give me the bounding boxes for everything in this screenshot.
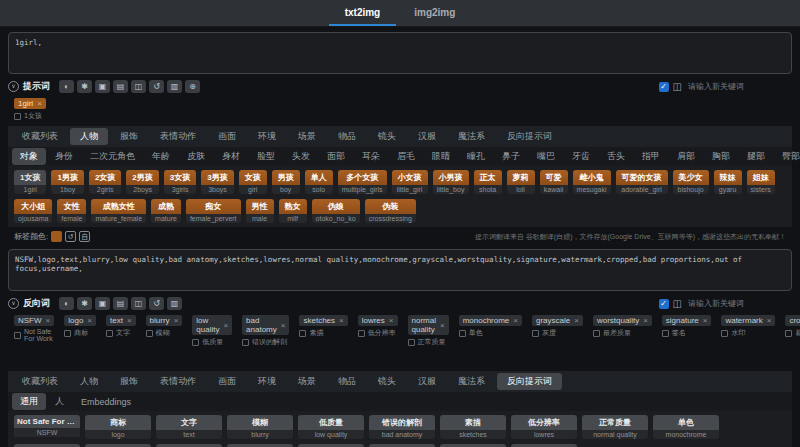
subcategory-tab[interactable]: 年龄 [144,148,178,165]
subcategory-tab[interactable]: 耳朵 [354,148,388,165]
collapse-negative-icon[interactable]: ∨ [8,298,19,309]
remove-tag-icon[interactable]: × [87,316,92,325]
negative-tag-chip[interactable]: worstquality× 最差质量 [593,315,652,338]
subcategory-tab[interactable]: 鼻子 [494,148,528,165]
auto-translate-checkbox[interactable]: ✓ [659,299,669,309]
remove-tag-icon[interactable]: × [46,316,51,325]
tag-card[interactable]: 姐妹 sisters [747,170,775,194]
subcategory-tab[interactable]: 胸部 [704,148,738,165]
tag-card[interactable]: 男性 male [246,199,274,223]
negative-prompt-textarea[interactable]: NSFW,logo,text,blurry,low quality,bad an… [8,249,792,291]
negative-tag-chip[interactable]: cropped× 裁剪 [785,315,800,338]
subcategory-tab[interactable]: 瞳孔 [459,148,493,165]
category-tab[interactable]: 人物 [70,128,108,145]
negative-tag-chip[interactable]: sketches× 素描 [299,315,347,338]
tag-card[interactable]: 2女孩 2girls [89,170,121,194]
tag-card[interactable]: 3男孩 3boys [201,170,233,194]
tag-card[interactable]: Not Safe For W... NSFW [14,415,80,439]
category-tab[interactable]: 画面 [208,128,246,145]
remove-tag-icon[interactable]: × [574,316,579,325]
category-tab[interactable]: 表情动作 [150,128,206,145]
negative-tag-chip[interactable]: monochrome× 单色 [459,315,522,338]
tag-card[interactable]: 痴女 female_pervert [186,199,241,223]
category-tab[interactable]: 反向提示词 [497,373,562,390]
subcategory-tab[interactable]: 人 [47,393,72,410]
top-tab[interactable]: img2img [398,0,471,26]
category-tab[interactable]: 表情动作 [150,373,206,390]
prompt-tag-chip[interactable]: 1girl× 1女孩 [14,98,46,121]
subcategory-tab[interactable]: 面部 [319,148,353,165]
category-tab[interactable]: 场景 [288,373,326,390]
subcategory-tab[interactable]: 头发 [284,148,318,165]
tag-card[interactable]: 2男孩 2boys [126,170,158,194]
tag-color-reset-button[interactable]: ↺ [65,231,76,242]
subcategory-tab[interactable]: 皮肤 [179,148,213,165]
subcategory-tab[interactable]: 腿部 [739,148,773,165]
tag-card[interactable]: 商标 logo [85,415,151,439]
trash-icon[interactable]: ▥ [167,297,182,310]
category-tab[interactable]: 服饰 [110,373,148,390]
remove-tag-icon[interactable]: × [339,316,344,325]
category-tab[interactable]: 汉服 [408,373,446,390]
tag-card[interactable]: 小男孩 little_boy [433,170,469,194]
tag-card[interactable]: 成熟女性 mature_female [91,199,146,223]
tag-card[interactable]: 辣妹 gyaru [714,170,742,194]
image-icon[interactable]: ◫ [131,297,146,310]
save-icon[interactable]: ▤ [113,297,128,310]
trash-icon[interactable]: ▥ [167,80,182,93]
tag-card[interactable]: 正常质量 normal quality [582,415,648,439]
image-icon[interactable]: ◫ [131,80,146,93]
negative-tag-chip[interactable]: normal quality× 正常质量 [408,315,449,347]
subcategory-tab[interactable]: 舌头 [599,148,633,165]
globe-icon[interactable]: ⊕ [185,80,200,93]
negative-tag-chip[interactable]: watermark× 水印 [721,315,775,338]
top-tab[interactable]: txt2img [329,0,397,26]
category-tab[interactable]: 镜头 [368,128,406,145]
subcategory-tab[interactable]: 臀部 [774,148,800,165]
tag-card[interactable]: 单色 monochrome [653,415,719,439]
subcategory-tab[interactable]: 身份 [47,148,81,165]
category-tab[interactable]: 收藏列表 [12,128,68,145]
tag-card[interactable]: 低质量 low quality [298,415,364,439]
tag-color-swatch-orange[interactable] [51,231,62,242]
subcategory-tab[interactable]: 对象 [12,148,46,165]
tag-card[interactable]: 3女孩 3girls [164,170,196,194]
tag-card[interactable]: 成熟 mature [151,199,181,223]
remove-tag-icon[interactable]: × [37,99,42,108]
subcategory-tab[interactable]: 指甲 [634,148,668,165]
negative-tag-chip[interactable]: blurry× 模糊 [146,315,183,338]
tag-card[interactable]: 男孩 boy [272,170,300,194]
remove-tag-icon[interactable]: × [703,316,708,325]
remove-tag-icon[interactable]: × [127,316,132,325]
panel-toggle-icon[interactable]: ◫ [673,298,682,309]
category-tab[interactable]: 场景 [288,128,326,145]
category-tab[interactable]: 魔法系 [448,128,495,145]
tag-card[interactable]: 雌小鬼 mesugaki [573,170,611,194]
save-icon[interactable]: ▤ [113,80,128,93]
remove-tag-icon[interactable]: × [389,316,394,325]
negative-tag-chip[interactable]: lowres× 低分辨率 [358,315,398,338]
new-keyword-input[interactable] [686,81,778,92]
translate-icon[interactable]: ◐ [59,80,74,93]
tag-card[interactable]: 低分辨率 lowres [511,415,577,439]
tag-card[interactable]: 熟女 milf [279,199,307,223]
new-keyword-input[interactable] [686,298,778,309]
remove-tag-icon[interactable]: × [767,316,772,325]
subcategory-tab[interactable]: 嘴巴 [529,148,563,165]
tag-card[interactable]: 伪装 crossdressing [365,199,416,223]
tag-card[interactable]: 模糊 blurry [227,415,293,439]
tag-card[interactable]: 萝莉 loli [507,170,535,194]
settings-icon[interactable]: ✱ [77,80,92,93]
category-tab[interactable]: 环境 [248,373,286,390]
category-tab[interactable]: 汉服 [408,128,446,145]
tag-card[interactable]: 正太 shota [474,170,502,194]
settings-icon[interactable]: ✱ [77,297,92,310]
copy-icon[interactable]: ▣ [95,297,110,310]
tag-card[interactable]: 美少女 bishoujo [673,170,709,194]
subcategory-tab[interactable]: 脸型 [249,148,283,165]
category-tab[interactable]: 魔法系 [448,373,495,390]
negative-tag-chip[interactable]: signature× 签名 [662,315,712,338]
subcategory-tab[interactable]: 肩部 [669,148,703,165]
remove-tag-icon[interactable]: × [440,321,445,330]
copy-icon[interactable]: ▣ [95,80,110,93]
